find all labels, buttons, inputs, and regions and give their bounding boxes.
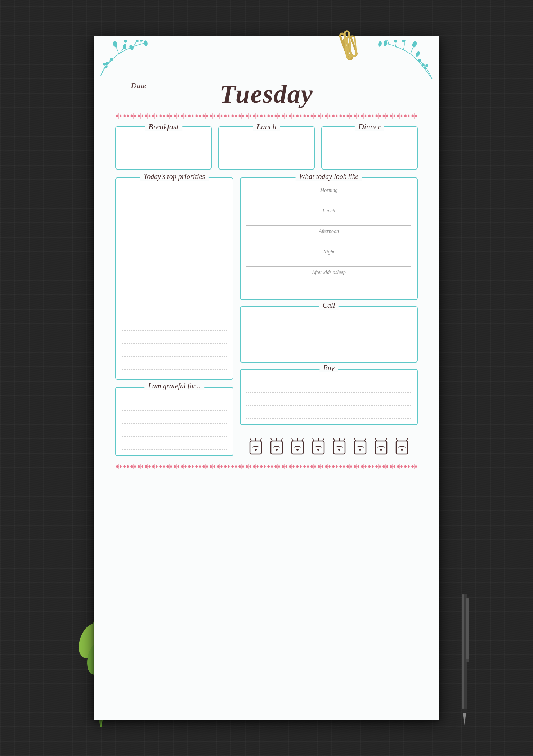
afternoon-section: Afternoon [246,229,411,246]
grateful-label: I am grateful for... [144,382,204,390]
header: Date Tuesday [115,50,418,109]
priority-line-5 [122,240,227,253]
pink-border-top [115,113,418,119]
priority-line-2 [122,201,227,214]
date-text: Date [115,81,162,90]
lunch-label: Lunch [253,122,280,131]
call-section: Call [240,306,418,363]
svg-rect-44 [271,441,282,454]
svg-point-23 [129,45,134,50]
svg-rect-59 [115,463,418,470]
svg-point-26 [412,41,417,48]
water-cup-1 [247,437,264,456]
today-section: What today look like Morning Lunch After… [240,177,418,300]
buy-label: Buy [319,364,338,372]
night-section: Night [246,249,411,267]
meals-row: Breakfast Lunch Dinner [115,126,418,170]
priority-line-10 [122,305,227,318]
priority-line-9 [122,292,227,305]
svg-point-43 [255,449,257,451]
after-kids-space [246,277,411,287]
morning-line [246,205,411,205]
svg-point-28 [393,40,397,43]
svg-point-57 [401,449,403,451]
svg-point-21 [103,63,106,65]
svg-point-20 [105,66,107,68]
svg-point-32 [426,64,428,67]
svg-point-30 [384,40,387,46]
call-line-1 [246,317,411,330]
dinner-box: Dinner [321,126,418,170]
morning-space [246,195,411,205]
buy-line-1 [246,380,411,393]
priority-line-14 [122,357,227,370]
after-kids-section: After kids asleep [246,270,411,287]
buy-lines [246,380,411,419]
date-label: Date [115,81,162,93]
svg-point-49 [317,449,319,451]
afternoon-space [246,236,411,246]
svg-point-24 [144,40,148,46]
right-column: What today look like Morning Lunch After… [240,177,418,456]
svg-rect-56 [396,441,408,454]
grateful-line-4 [122,437,227,450]
grateful-section: I am grateful for... [115,387,233,456]
svg-rect-50 [333,441,345,454]
water-cup-3 [289,437,306,456]
lunch-section: Lunch [246,208,411,226]
svg-rect-52 [354,441,366,454]
svg-point-51 [338,449,340,451]
svg-point-14 [110,58,113,61]
priority-line-1 [122,188,227,201]
water-cup-7 [372,437,390,456]
svg-point-17 [122,44,126,49]
svg-point-19 [140,40,143,41]
pink-border-bottom [115,463,418,470]
grateful-line-3 [122,424,227,437]
date-underline [115,93,162,93]
svg-point-47 [296,449,299,451]
svg-rect-12 [466,598,469,662]
water-cup-2 [268,437,285,456]
afternoon-label: Afternoon [246,229,411,234]
night-label: Night [246,249,411,255]
call-lines [246,317,411,356]
water-cup-4 [310,437,327,456]
grateful-line-1 [122,398,227,411]
buy-line-2 [246,393,411,406]
grateful-lines [122,398,227,450]
priorities-section: Today's top priorities [115,177,233,380]
night-line [246,266,411,267]
after-kids-label: After kids asleep [246,270,411,275]
svg-rect-48 [313,441,324,454]
svg-point-27 [402,40,405,42]
buy-line-3 [246,406,411,419]
priority-line-12 [122,331,227,344]
lunch-space [246,215,411,225]
dinner-label: Dinner [355,122,384,131]
svg-point-55 [380,449,382,451]
priorities-label: Today's top priorities [140,172,209,181]
priority-line-3 [122,214,227,227]
svg-point-35 [378,41,382,46]
svg-rect-46 [292,441,303,454]
svg-point-53 [359,449,361,451]
priority-line-7 [122,266,227,279]
priorities-lines [122,188,227,370]
main-content: Today's top priorities [115,177,418,456]
night-space [246,256,411,266]
svg-rect-54 [375,441,387,454]
today-label: What today look like [296,172,362,181]
call-label: Call [319,301,339,310]
breakfast-label: Breakfast [145,122,182,131]
water-cup-8 [393,437,411,456]
morning-label: Morning [246,188,411,193]
buy-section: Buy [240,369,418,425]
priority-line-8 [122,279,227,292]
grateful-line-2 [122,411,227,424]
water-cup-5 [331,437,348,456]
morning-section: Morning [246,188,411,205]
svg-point-22 [106,62,108,64]
lunch-box: Lunch [218,126,315,170]
paperclip [339,29,367,61]
